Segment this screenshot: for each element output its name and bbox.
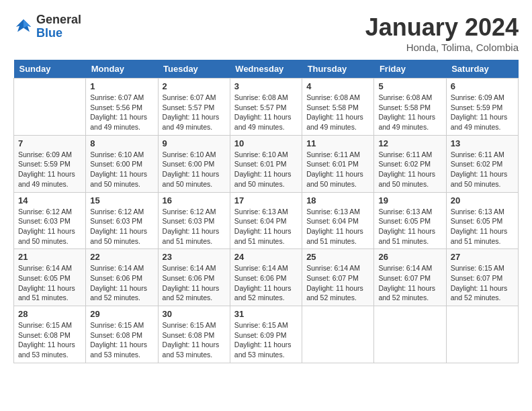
day-number: 22 — [90, 252, 153, 262]
calendar-cell: 10Sunrise: 6:10 AM Sunset: 6:01 PM Dayli… — [230, 135, 302, 192]
calendar-cell: 7Sunrise: 6:09 AM Sunset: 5:59 PM Daylig… — [14, 135, 86, 192]
day-number: 2 — [163, 81, 226, 91]
day-info: Sunrise: 6:15 AM Sunset: 6:07 PM Dayligh… — [451, 263, 514, 303]
calendar-cell: 19Sunrise: 6:13 AM Sunset: 6:05 PM Dayli… — [374, 192, 446, 249]
day-info: Sunrise: 6:14 AM Sunset: 6:06 PM Dayligh… — [234, 263, 298, 303]
day-info: Sunrise: 6:13 AM Sunset: 6:05 PM Dayligh… — [451, 207, 514, 246]
column-header-saturday: Saturday — [446, 60, 518, 79]
calendar-cell: 24Sunrise: 6:14 AM Sunset: 6:06 PM Dayli… — [230, 249, 302, 306]
day-info: Sunrise: 6:09 AM Sunset: 5:59 PM Dayligh… — [451, 93, 514, 132]
day-number: 7 — [18, 138, 81, 148]
day-number: 6 — [451, 81, 514, 91]
calendar-cell: 1Sunrise: 6:07 AM Sunset: 5:56 PM Daylig… — [86, 79, 158, 136]
day-number: 30 — [163, 309, 226, 319]
day-number: 12 — [378, 138, 441, 148]
day-number: 24 — [234, 252, 298, 262]
calendar-cell: 21Sunrise: 6:14 AM Sunset: 6:05 PM Dayli… — [14, 249, 86, 306]
title-block: January 2024 Honda, Tolima, Colombia — [365, 13, 519, 53]
calendar-cell: 12Sunrise: 6:11 AM Sunset: 6:02 PM Dayli… — [374, 135, 446, 192]
calendar-cell — [446, 306, 518, 363]
day-number: 3 — [234, 81, 298, 91]
calendar-cell: 6Sunrise: 6:09 AM Sunset: 5:59 PM Daylig… — [446, 79, 518, 136]
calendar-cell: 16Sunrise: 6:12 AM Sunset: 6:03 PM Dayli… — [158, 192, 230, 249]
day-info: Sunrise: 6:09 AM Sunset: 5:59 PM Dayligh… — [18, 150, 81, 189]
day-number: 23 — [163, 252, 226, 262]
calendar-cell: 28Sunrise: 6:15 AM Sunset: 6:08 PM Dayli… — [14, 306, 86, 363]
day-number: 15 — [90, 195, 153, 205]
day-number: 28 — [18, 309, 81, 319]
logo: General Blue — [13, 13, 81, 40]
calendar-cell: 9Sunrise: 6:10 AM Sunset: 6:00 PM Daylig… — [158, 135, 230, 192]
day-info: Sunrise: 6:15 AM Sunset: 6:09 PM Dayligh… — [234, 320, 298, 360]
day-info: Sunrise: 6:10 AM Sunset: 6:01 PM Dayligh… — [234, 150, 298, 189]
day-number: 18 — [306, 195, 369, 205]
day-info: Sunrise: 6:08 AM Sunset: 5:58 PM Dayligh… — [306, 93, 369, 132]
calendar-week-row: 14Sunrise: 6:12 AM Sunset: 6:03 PM Dayli… — [14, 192, 519, 249]
column-header-tuesday: Tuesday — [158, 60, 230, 79]
calendar-cell: 2Sunrise: 6:07 AM Sunset: 5:57 PM Daylig… — [158, 79, 230, 136]
day-number: 9 — [163, 138, 226, 148]
day-number: 17 — [234, 195, 298, 205]
day-info: Sunrise: 6:14 AM Sunset: 6:06 PM Dayligh… — [163, 263, 226, 303]
logo-general-text: General — [36, 13, 81, 27]
calendar-cell: 5Sunrise: 6:08 AM Sunset: 5:58 PM Daylig… — [374, 79, 446, 136]
day-info: Sunrise: 6:12 AM Sunset: 6:03 PM Dayligh… — [18, 207, 81, 246]
column-header-wednesday: Wednesday — [230, 60, 302, 79]
day-number: 21 — [18, 252, 81, 262]
calendar-cell: 11Sunrise: 6:11 AM Sunset: 6:01 PM Dayli… — [302, 135, 374, 192]
day-number: 10 — [234, 138, 298, 148]
day-info: Sunrise: 6:15 AM Sunset: 6:08 PM Dayligh… — [163, 320, 226, 360]
day-info: Sunrise: 6:10 AM Sunset: 6:00 PM Dayligh… — [90, 150, 153, 189]
day-info: Sunrise: 6:11 AM Sunset: 6:02 PM Dayligh… — [378, 150, 441, 189]
column-header-monday: Monday — [86, 60, 158, 79]
calendar-cell: 20Sunrise: 6:13 AM Sunset: 6:05 PM Dayli… — [446, 192, 518, 249]
day-number: 11 — [306, 138, 369, 148]
page-header: General Blue January 2024 Honda, Tolima,… — [13, 13, 519, 53]
calendar-cell: 30Sunrise: 6:15 AM Sunset: 6:08 PM Dayli… — [158, 306, 230, 363]
calendar-cell — [14, 79, 86, 136]
day-number: 25 — [306, 252, 369, 262]
day-info: Sunrise: 6:08 AM Sunset: 5:58 PM Dayligh… — [378, 93, 441, 132]
calendar-cell — [374, 306, 446, 363]
day-info: Sunrise: 6:13 AM Sunset: 6:05 PM Dayligh… — [378, 207, 441, 246]
day-info: Sunrise: 6:08 AM Sunset: 5:57 PM Dayligh… — [234, 93, 298, 132]
day-number: 13 — [451, 138, 514, 148]
calendar-cell: 17Sunrise: 6:13 AM Sunset: 6:04 PM Dayli… — [230, 192, 302, 249]
day-info: Sunrise: 6:13 AM Sunset: 6:04 PM Dayligh… — [306, 207, 369, 246]
day-number: 16 — [163, 195, 226, 205]
calendar-cell: 31Sunrise: 6:15 AM Sunset: 6:09 PM Dayli… — [230, 306, 302, 363]
calendar-cell: 26Sunrise: 6:14 AM Sunset: 6:07 PM Dayli… — [374, 249, 446, 306]
day-number: 19 — [378, 195, 441, 205]
calendar-cell: 18Sunrise: 6:13 AM Sunset: 6:04 PM Dayli… — [302, 192, 374, 249]
day-info: Sunrise: 6:11 AM Sunset: 6:01 PM Dayligh… — [306, 150, 369, 189]
column-header-sunday: Sunday — [14, 60, 86, 79]
calendar-cell: 3Sunrise: 6:08 AM Sunset: 5:57 PM Daylig… — [230, 79, 302, 136]
calendar-cell: 4Sunrise: 6:08 AM Sunset: 5:58 PM Daylig… — [302, 79, 374, 136]
logo-blue-text: Blue — [36, 27, 81, 40]
day-info: Sunrise: 6:14 AM Sunset: 6:07 PM Dayligh… — [378, 263, 441, 303]
day-info: Sunrise: 6:14 AM Sunset: 6:07 PM Dayligh… — [306, 263, 369, 303]
calendar-cell: 13Sunrise: 6:11 AM Sunset: 6:02 PM Dayli… — [446, 135, 518, 192]
day-info: Sunrise: 6:07 AM Sunset: 5:56 PM Dayligh… — [90, 93, 153, 132]
day-info: Sunrise: 6:13 AM Sunset: 6:04 PM Dayligh… — [234, 207, 298, 246]
day-info: Sunrise: 6:10 AM Sunset: 6:00 PM Dayligh… — [163, 150, 226, 189]
calendar-week-row: 28Sunrise: 6:15 AM Sunset: 6:08 PM Dayli… — [14, 306, 519, 363]
day-number: 8 — [90, 138, 153, 148]
calendar-cell: 29Sunrise: 6:15 AM Sunset: 6:08 PM Dayli… — [86, 306, 158, 363]
calendar-week-row: 21Sunrise: 6:14 AM Sunset: 6:05 PM Dayli… — [14, 249, 519, 306]
calendar-cell: 27Sunrise: 6:15 AM Sunset: 6:07 PM Dayli… — [446, 249, 518, 306]
day-info: Sunrise: 6:14 AM Sunset: 6:05 PM Dayligh… — [18, 263, 81, 303]
column-header-thursday: Thursday — [302, 60, 374, 79]
calendar-week-row: 7Sunrise: 6:09 AM Sunset: 5:59 PM Daylig… — [14, 135, 519, 192]
calendar-cell: 15Sunrise: 6:12 AM Sunset: 6:03 PM Dayli… — [86, 192, 158, 249]
calendar-cell — [302, 306, 374, 363]
calendar-header-row: SundayMondayTuesdayWednesdayThursdayFrid… — [14, 60, 519, 79]
column-header-friday: Friday — [374, 60, 446, 79]
logo-bird-icon — [13, 17, 34, 37]
day-number: 1 — [90, 81, 153, 91]
day-info: Sunrise: 6:11 AM Sunset: 6:02 PM Dayligh… — [451, 150, 514, 189]
calendar-cell: 14Sunrise: 6:12 AM Sunset: 6:03 PM Dayli… — [14, 192, 86, 249]
calendar-table: SundayMondayTuesdayWednesdayThursdayFrid… — [13, 60, 519, 363]
calendar-cell: 25Sunrise: 6:14 AM Sunset: 6:07 PM Dayli… — [302, 249, 374, 306]
day-info: Sunrise: 6:15 AM Sunset: 6:08 PM Dayligh… — [18, 320, 81, 360]
